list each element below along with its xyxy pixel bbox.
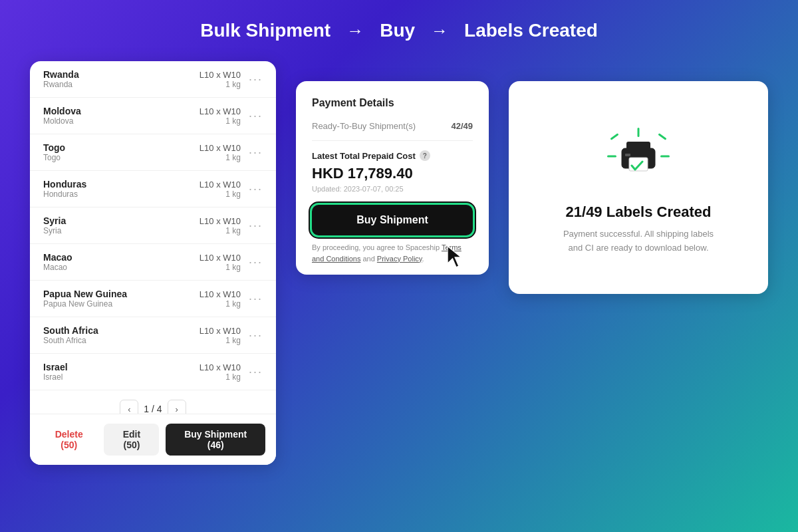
ready-to-buy-row: Ready-To-Buy Shipment(s) 42/49 (312, 121, 473, 131)
weight: 1 kg (188, 263, 241, 272)
shipment-specs: L10 x W10 1 kg (188, 253, 241, 272)
payment-title: Payment Details (312, 97, 473, 109)
dims: L10 x W10 (188, 362, 241, 372)
buy-shipment-bottom-button[interactable]: Buy Shipment (46) (166, 424, 265, 456)
payment-panel: Payment Details Ready-To-Buy Shipment(s)… (296, 81, 489, 275)
weight: 1 kg (188, 226, 241, 235)
bottom-action-bar: Delete (50) Edit (50) Buy Shipment (46) (30, 414, 276, 465)
shipment-info: Macao Macao (43, 252, 188, 272)
shipment-specs: L10 x W10 1 kg (188, 180, 241, 199)
country-sub: South Africa (43, 336, 188, 345)
country-name: South Africa (43, 325, 188, 336)
row-menu-button[interactable]: ··· (249, 219, 263, 233)
shipment-info: South Africa South Africa (43, 325, 188, 345)
shipment-specs: L10 x W10 1 kg (188, 326, 241, 345)
printer-svg (612, 130, 665, 183)
step-bulk-shipment: Bulk Shipment (200, 20, 331, 41)
help-icon[interactable]: ? (420, 150, 430, 161)
shipment-specs: L10 x W10 1 kg (188, 70, 241, 89)
svg-rect-4 (625, 154, 630, 156)
dims: L10 x W10 (188, 289, 241, 299)
shipment-specs: L10 x W10 1 kg (188, 362, 241, 382)
row-menu-button[interactable]: ··· (249, 109, 263, 123)
svg-marker-0 (448, 246, 462, 267)
country-name: Israel (43, 362, 188, 372)
printer-icon-area (602, 120, 675, 193)
country-sub: Moldova (43, 116, 188, 126)
step-labels-created: Labels Created (464, 20, 598, 41)
row-menu-button[interactable]: ··· (249, 292, 263, 306)
row-menu-button[interactable]: ··· (249, 182, 263, 196)
shipment-row: Syria Syria L10 x W10 1 kg ··· (30, 207, 276, 244)
cursor-arrow-icon (448, 246, 466, 269)
country-sub: Papua New Guinea (43, 299, 188, 309)
arrow1-icon: → (346, 21, 364, 41)
country-sub: Honduras (43, 190, 188, 199)
weight: 1 kg (188, 190, 241, 199)
country-sub: Rwanda (43, 80, 188, 89)
shipment-row: South Africa South Africa L10 x W10 1 kg… (30, 317, 276, 354)
country-sub: Israel (43, 372, 188, 382)
dims: L10 x W10 (188, 143, 241, 153)
cost-amount: HKD 17,789.40 (312, 165, 473, 182)
labels-count: 21/49 Labels Created (566, 203, 712, 221)
total-pages: 4 (157, 404, 162, 414)
dims: L10 x W10 (188, 70, 241, 80)
svg-rect-3 (629, 158, 648, 171)
country-name: Syria (43, 215, 188, 226)
country-name: Honduras (43, 179, 188, 190)
shipment-info: Moldova Moldova (43, 106, 188, 126)
step3-label: Labels Created (464, 20, 598, 41)
arrow2-icon: → (431, 21, 448, 41)
shipment-row: Togo Togo L10 x W10 1 kg ··· (30, 134, 276, 171)
country-name: Rwanda (43, 69, 188, 80)
row-menu-button[interactable]: ··· (249, 255, 263, 269)
row-menu-button[interactable]: ··· (249, 329, 263, 342)
step2-label: Buy (380, 20, 415, 41)
shipment-info: Togo Togo (43, 142, 188, 162)
dims: L10 x W10 (188, 216, 241, 226)
country-name: Moldova (43, 106, 188, 116)
ready-to-buy-value: 42/49 (451, 121, 473, 131)
shipment-info: Papua New Guinea Papua New Guinea (43, 289, 188, 309)
country-name: Togo (43, 142, 188, 153)
weight: 1 kg (188, 336, 241, 345)
country-sub: Syria (43, 226, 188, 235)
weight: 1 kg (188, 80, 241, 89)
weight: 1 kg (188, 299, 241, 309)
weight: 1 kg (188, 372, 241, 382)
shipment-specs: L10 x W10 1 kg (188, 216, 241, 235)
shipment-specs: L10 x W10 1 kg (188, 106, 241, 126)
delete-button[interactable]: Delete (50) (41, 424, 97, 456)
shipment-row: Macao Macao L10 x W10 1 kg ··· (30, 244, 276, 281)
dims: L10 x W10 (188, 326, 241, 336)
header-breadcrumb: Bulk Shipment → Buy → Labels Created (0, 0, 798, 55)
dims: L10 x W10 (188, 106, 241, 116)
page-info: 1 / 4 (144, 404, 162, 414)
shipment-row: Papua New Guinea Papua New Guinea L10 x … (30, 281, 276, 317)
weight: 1 kg (188, 153, 241, 162)
row-menu-button[interactable]: ··· (249, 365, 263, 379)
current-page: 1 (144, 404, 149, 414)
shipment-specs: L10 x W10 1 kg (188, 143, 241, 162)
edit-button[interactable]: Edit (50) (104, 424, 159, 456)
shipment-info: Rwanda Rwanda (43, 69, 188, 89)
shipment-row: Rwanda Rwanda L10 x W10 1 kg ··· (30, 61, 276, 98)
terms-link2[interactable]: Privacy Policy (377, 255, 422, 263)
labels-panel: 21/49 Labels Created Payment successful.… (509, 81, 768, 294)
country-name: Papua New Guinea (43, 289, 188, 299)
buy-shipment-main-button[interactable]: Buy Shipment (312, 205, 473, 235)
country-sub: Togo (43, 153, 188, 162)
country-sub: Macao (43, 263, 188, 272)
row-menu-button[interactable]: ··· (249, 72, 263, 86)
cost-label: Latest Total Prepaid Cost ? (312, 150, 473, 161)
row-menu-button[interactable]: ··· (249, 146, 263, 160)
ready-to-buy-label: Ready-To-Buy Shipment(s) (312, 121, 416, 131)
shipment-info: Honduras Honduras (43, 179, 188, 199)
svg-rect-2 (626, 142, 650, 151)
main-content: Rwanda Rwanda L10 x W10 1 kg ··· Moldova… (0, 55, 798, 465)
shipment-list-body: Rwanda Rwanda L10 x W10 1 kg ··· Moldova… (30, 61, 276, 390)
shipment-row: Israel Israel L10 x W10 1 kg ··· (30, 354, 276, 390)
labels-desc: Payment successful. All shipping labels … (559, 227, 718, 255)
step-buy: Buy (380, 20, 415, 41)
